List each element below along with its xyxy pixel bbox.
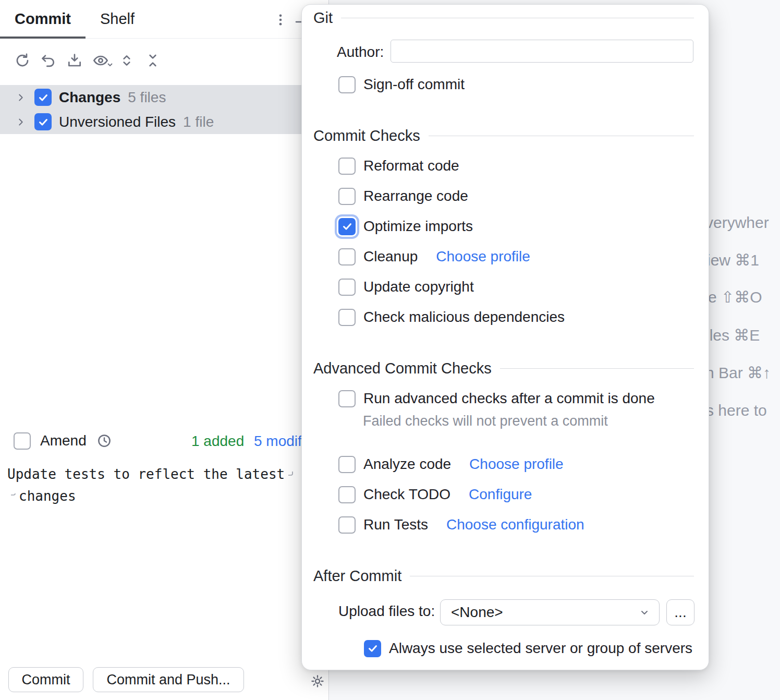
commit-toolbar (14, 52, 161, 69)
cleanup-label: Cleanup (363, 248, 418, 265)
unversioned-checkbox[interactable] (34, 113, 52, 130)
analyze-label: Analyze code (363, 456, 451, 473)
hint-search-everywhere: verywher (705, 213, 769, 233)
changes-checkbox[interactable] (34, 89, 52, 106)
git-section-title: Git (313, 9, 333, 27)
settings-icon[interactable] (309, 673, 326, 690)
chevron-right-icon[interactable] (15, 116, 27, 128)
always-use-row: Always use selected server or group of s… (364, 639, 692, 658)
section-divider (341, 18, 694, 18)
signoff-row: Sign-off commit (338, 75, 465, 94)
git-section-header: Git (313, 8, 694, 27)
optimize-imports-label: Optimize imports (363, 218, 473, 235)
always-use-checkbox[interactable] (364, 640, 381, 657)
after-commit-title: After Commit (313, 568, 401, 585)
always-use-label: Always use selected server or group of s… (389, 640, 692, 657)
advanced-note: Failed checks will not prevent a commit (363, 413, 608, 429)
run-advanced-checkbox[interactable] (338, 390, 356, 407)
section-divider (500, 368, 694, 369)
run-tests-label: Run Tests (363, 516, 428, 533)
hint-navigation-bar: n Bar ⌘↑ (705, 363, 771, 383)
todo-label: Check TODO (363, 486, 450, 503)
commit-and-push-button[interactable]: Commit and Push... (93, 667, 244, 692)
run-advanced-label: Run advanced checks after a commit is do… (363, 390, 655, 407)
optimize-imports-row: Optimize imports (338, 217, 473, 236)
commit-options-popup: Git Author: Sign-off commit Commit Check… (301, 4, 709, 670)
analyze-choose-profile-link[interactable]: Choose profile (469, 456, 564, 473)
hint-go-to-file: e ⇧⌘O (708, 287, 762, 307)
kebab-menu-icon[interactable] (272, 11, 289, 28)
malicious-row: Check malicious dependencies (338, 308, 565, 327)
refresh-icon[interactable] (14, 52, 31, 69)
unversioned-label: Unversioned Files (59, 114, 176, 130)
history-icon[interactable] (96, 432, 113, 449)
todo-checkbox[interactable] (338, 486, 356, 503)
signoff-checkbox[interactable] (338, 76, 356, 93)
after-commit-header: After Commit (313, 566, 694, 585)
tab-shelf[interactable]: Shelf (86, 0, 149, 38)
upload-files-value: <None> (451, 604, 503, 621)
reformat-row: Reformat code (338, 156, 459, 175)
malicious-label: Check malicious dependencies (363, 309, 565, 325)
rearrange-row: Rearrange code (338, 187, 468, 206)
analyze-checkbox[interactable] (338, 456, 356, 473)
changes-count: 5 files (128, 89, 166, 106)
amend-label: Amend (40, 432, 87, 449)
chevron-right-icon[interactable] (15, 91, 27, 104)
amend-checkbox[interactable] (14, 432, 31, 450)
reformat-checkbox[interactable] (338, 158, 356, 175)
run-tests-checkbox[interactable] (338, 516, 356, 534)
cleanup-row: Cleanup Choose profile (338, 247, 530, 266)
tab-commit[interactable]: Commit (0, 0, 86, 38)
preview-diff-icon[interactable] (92, 52, 109, 69)
upload-files-dropdown[interactable]: <None> (440, 599, 660, 625)
signoff-label: Sign-off commit (363, 76, 465, 93)
analyze-row: Analyze code Choose profile (338, 455, 564, 474)
soft-wrap-icon (287, 470, 294, 478)
unversioned-count: 1 file (183, 114, 214, 130)
reformat-label: Reformat code (363, 158, 459, 174)
added-files-stat[interactable]: 1 added (191, 433, 244, 450)
commit-panel: Commit Shelf (0, 0, 328, 700)
tool-window-tabs: Commit Shelf (0, 0, 328, 39)
tree-row-changes[interactable]: Changes 5 files (0, 85, 328, 110)
todo-configure-link[interactable]: Configure (469, 486, 532, 503)
commit-checks-title: Commit Checks (313, 127, 420, 144)
collapse-all-icon[interactable] (144, 52, 161, 69)
commit-message-editor[interactable]: Update tests to reflect the latest chang… (7, 463, 323, 507)
rearrange-checkbox[interactable] (338, 188, 356, 205)
chevron-down-icon (638, 606, 651, 619)
optimize-imports-checkbox[interactable] (338, 218, 356, 235)
soft-wrap-icon (9, 492, 17, 500)
commit-tool-window: verywher iew ⌘1 e ⇧⌘O iles ⌘E n Bar ⌘↑ s… (0, 0, 780, 700)
tree-row-unversioned[interactable]: Unversioned Files 1 file (0, 110, 328, 134)
author-label: Author: (337, 44, 384, 61)
commit-message-line2: changes (19, 485, 76, 507)
copyright-checkbox[interactable] (338, 279, 356, 296)
changes-tree: Changes 5 files Unversioned Files 1 file (0, 85, 328, 134)
hint-drop-files: s here to (706, 401, 767, 420)
run-tests-row: Run Tests Choose configuration (338, 515, 584, 534)
cleanup-choose-profile-link[interactable]: Choose profile (436, 248, 530, 265)
chevron-down-icon (107, 61, 113, 70)
section-divider (410, 576, 694, 576)
advanced-checks-header: Advanced Commit Checks (313, 359, 694, 378)
copyright-row: Update copyright (338, 277, 474, 296)
rearrange-label: Rearrange code (363, 188, 468, 204)
expand-all-icon[interactable] (118, 52, 135, 69)
commit-checks-header: Commit Checks (313, 126, 694, 145)
upload-files-label: Upload files to: (338, 603, 435, 620)
hint-recent-files: iles ⌘E (706, 325, 760, 345)
commit-message-line1: Update tests to reflect the latest (7, 463, 285, 485)
malicious-checkbox[interactable] (338, 309, 356, 326)
author-input[interactable] (391, 40, 693, 63)
tests-choose-configuration-link[interactable]: Choose configuration (446, 516, 584, 533)
rollback-icon[interactable] (40, 52, 57, 69)
advanced-checks-title: Advanced Commit Checks (313, 360, 492, 377)
commit-button[interactable]: Commit (8, 667, 83, 692)
hint-project-view: iew ⌘1 (707, 250, 759, 270)
cleanup-checkbox[interactable] (338, 248, 356, 265)
copyright-label: Update copyright (363, 279, 474, 295)
upload-more-button[interactable]: ... (666, 599, 694, 625)
shelve-icon[interactable] (66, 52, 83, 69)
